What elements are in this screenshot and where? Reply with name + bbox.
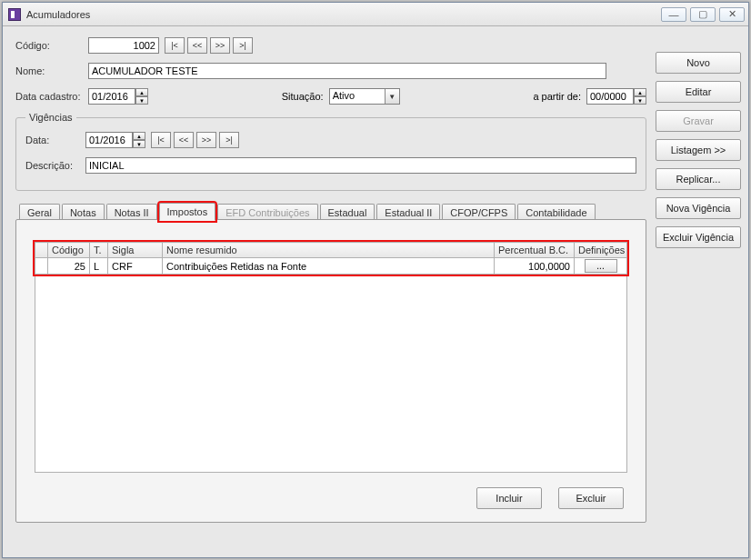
definicoes-button[interactable]: ... [585,259,617,273]
datacad-input[interactable] [88,88,135,105]
listagem-button[interactable]: Listagem >> [656,139,741,161]
titlebar: Acumuladores — ▢ ✕ [3,3,748,26]
grid-col-pct[interactable]: Percentual B.C. [495,243,575,258]
replicar-button[interactable]: Replicar... [656,168,741,190]
cell-pct[interactable]: 100,0000 [495,258,575,275]
tab-impostos[interactable]: Impostos [159,203,216,221]
cell-codigo[interactable]: 25 [48,258,90,275]
nav-prev-button[interactable]: << [187,37,207,54]
datacad-spin-up[interactable]: ▲ [135,88,148,96]
client-area: Código: |< << >> >| Nome: Data cadastro: [3,26,748,557]
grid-col-nome[interactable]: Nome resumido [163,243,495,258]
close-button[interactable]: ✕ [719,7,745,22]
excluir-button[interactable]: Excluir [558,487,624,509]
vigencias-group: Vigências Data: ▲ ▼ |< << >> >| [15,112,646,191]
main-panel: Código: |< << >> >| Nome: Data cadastro: [3,26,654,557]
nome-input[interactable] [88,63,606,79]
window-title: Acumuladores [26,9,661,20]
incluir-button[interactable]: Incluir [476,487,542,509]
vig-nav-last[interactable]: >| [219,132,239,148]
grid-col-t[interactable]: T. [90,243,108,258]
grid-highlight: Código T. Sigla Nome resumido Percentual… [35,242,627,275]
vigencias-legend: Vigências [25,112,76,123]
tabstrip: Geral Notas Notas II Impostos EFD Contri… [15,200,646,220]
codigo-input[interactable] [88,37,159,54]
grid-col-def[interactable]: Definições [575,243,627,258]
apartir-label: a partir de: [533,91,581,102]
nav-next-button[interactable]: >> [210,37,230,54]
situacao-label: Situação: [282,91,324,102]
codigo-label: Código: [15,40,88,51]
situacao-combo[interactable]: Ativo ▼ [329,88,400,105]
vig-nav-first[interactable]: |< [151,132,171,148]
grid-col-codigo[interactable]: Código [48,243,90,258]
grid-col-rowheader [35,243,48,258]
vig-data-spin-down[interactable]: ▼ [133,140,145,148]
window-frame: Acumuladores — ▢ ✕ Código: |< << >> >| [2,2,749,558]
app-icon [8,8,21,21]
vig-nav-next[interactable]: >> [196,132,216,148]
side-buttons: Novo Editar Gravar Listagem >> Replicar.… [654,26,748,557]
grid-col-sigla[interactable]: Sigla [108,243,163,258]
cell-nome[interactable]: Contribuições Retidas na Fonte [163,258,495,275]
vig-data-input[interactable] [85,132,133,148]
impostos-grid[interactable]: Código T. Sigla Nome resumido Percentual… [35,242,627,275]
novo-button[interactable]: Novo [656,52,741,74]
datacad-spin-down[interactable]: ▼ [135,96,148,105]
datacad-label: Data cadastro: [15,91,88,102]
nav-last-button[interactable]: >| [233,37,253,54]
vig-nav-prev[interactable]: << [174,132,194,148]
maximize-button[interactable]: ▢ [690,7,716,22]
gravar-button[interactable]: Gravar [656,110,741,132]
nome-label: Nome: [15,65,88,76]
minimize-button[interactable]: — [661,7,686,22]
excluir-vigencia-button[interactable]: Excluir Vigência [656,226,741,248]
grid-row[interactable]: 25 L CRF Contribuições Retidas na Fonte … [35,258,627,275]
tab-page-impostos: Código T. Sigla Nome resumido Percentual… [15,219,646,523]
apartir-spin-up[interactable]: ▲ [634,88,646,96]
grid-body-blank [35,275,627,473]
vig-descr-label: Descrição: [25,160,85,171]
situacao-value: Ativo [330,89,385,104]
grid-rowheader [35,258,48,275]
vig-data-label: Data: [25,135,85,145]
cell-t[interactable]: L [90,258,108,275]
apartir-spin-down[interactable]: ▼ [634,96,646,105]
nova-vigencia-button[interactable]: Nova Vigência [656,197,741,219]
grid-header-row: Código T. Sigla Nome resumido Percentual… [35,243,627,258]
editar-button[interactable]: Editar [656,81,741,103]
cell-sigla[interactable]: CRF [108,258,163,275]
cell-def[interactable]: ... [575,258,627,275]
vig-descr-input[interactable] [85,157,636,174]
apartir-input[interactable] [586,88,634,105]
vig-data-spin-up[interactable]: ▲ [133,132,145,140]
combo-dropdown-icon[interactable]: ▼ [385,89,399,104]
nav-first-button[interactable]: |< [165,37,185,54]
